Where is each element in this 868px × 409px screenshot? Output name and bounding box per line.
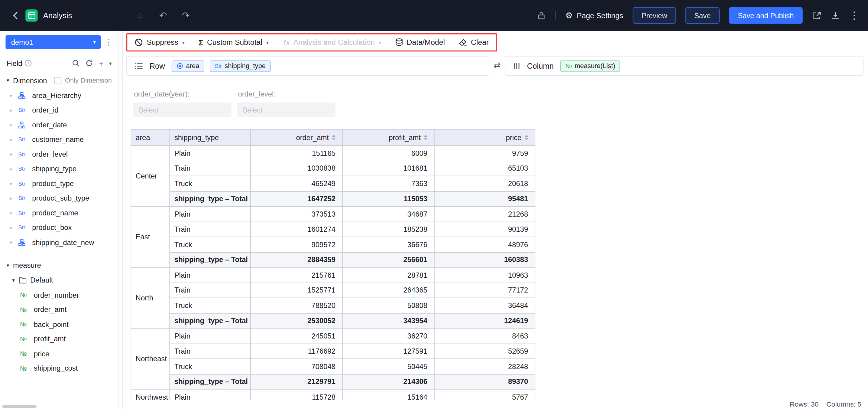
number-type-icon: № bbox=[20, 350, 31, 357]
number-type-icon: № bbox=[20, 321, 31, 328]
string-type-icon: Str bbox=[18, 225, 29, 231]
collapse-caret-icon[interactable]: ▾ bbox=[7, 262, 9, 268]
swap-axes-icon[interactable]: ⇄ bbox=[491, 60, 504, 70]
field-name: product_name bbox=[32, 209, 78, 217]
dimension-field-item[interactable]: ▸Strshipping_type bbox=[0, 162, 119, 176]
dimension-field-item[interactable]: ▸Strproduct_sub_type bbox=[0, 191, 119, 206]
analysis-toolbar-highlighted: Suppress ▾ Σ Custom Subtotal ▾ ƒx Analys… bbox=[126, 33, 497, 52]
expand-caret-icon[interactable]: ▸ bbox=[10, 166, 16, 172]
dimension-field-item[interactable]: ▸order_date bbox=[0, 117, 119, 132]
suppress-button[interactable]: Suppress ▾ bbox=[134, 38, 185, 46]
favorite-star-icon[interactable]: ☆ bbox=[136, 10, 144, 21]
string-type-icon: Str bbox=[18, 210, 29, 216]
column-header-order_amt[interactable]: order_amt bbox=[251, 129, 342, 146]
subtotal-value-cell: 95481 bbox=[434, 191, 535, 206]
dataset-kebab-icon[interactable]: ⋮ bbox=[104, 37, 113, 47]
expand-caret-icon[interactable]: ▸ bbox=[10, 181, 16, 186]
expand-caret-icon[interactable]: ▸ bbox=[10, 93, 16, 98]
expand-caret-icon[interactable]: ▸ bbox=[10, 196, 16, 201]
save-and-publish-button[interactable]: Save and Publish bbox=[729, 7, 803, 24]
number-type-icon: № bbox=[20, 335, 31, 342]
table-row: Train160127418523890139 bbox=[131, 222, 535, 237]
dimension-field-item[interactable]: ▸Strproduct_type bbox=[0, 176, 119, 191]
dimension-field-item[interactable]: ▸area_Hierarchy bbox=[0, 88, 119, 103]
dimension-field-item[interactable]: ▸Strcustomer_name bbox=[0, 132, 119, 147]
string-type-icon: Str bbox=[18, 166, 29, 172]
column-header-shipping_type: shipping_type bbox=[169, 129, 250, 146]
sort-icon[interactable] bbox=[332, 135, 336, 140]
column-header-profit_amt[interactable]: profit_amt bbox=[342, 129, 434, 146]
data-cell: Train bbox=[169, 283, 250, 298]
field-pill-area[interactable]: area bbox=[172, 60, 204, 72]
string-type-icon: Str bbox=[18, 181, 29, 187]
column-header-price[interactable]: price bbox=[434, 129, 535, 146]
collapse-caret-icon[interactable]: ▾ bbox=[7, 78, 9, 83]
filter-select[interactable]: Select bbox=[133, 103, 231, 117]
string-type-icon: Str bbox=[18, 107, 29, 113]
data-cell: 50808 bbox=[342, 298, 434, 313]
sidebar-scrollbar-track[interactable] bbox=[120, 31, 123, 409]
chevron-down-icon[interactable]: ▾ bbox=[109, 60, 112, 66]
search-icon[interactable] bbox=[72, 59, 80, 67]
subtotal-value-cell: 214306 bbox=[342, 374, 434, 389]
status-bar: Rows: 30 Columns: 5 bbox=[123, 400, 868, 409]
subtotal-label-cell: shipping_type – Total bbox=[169, 313, 250, 328]
analysis-and-calculation-button[interactable]: ƒx Analysis and Calculation ▾ bbox=[283, 38, 381, 46]
measure-field-item[interactable]: №back_point bbox=[0, 317, 119, 332]
data-model-button[interactable]: Data/Model bbox=[395, 38, 445, 46]
field-pill-measure(List)[interactable]: №measure(List) bbox=[560, 60, 620, 72]
table-row: NorthwestPlain115728151645767 bbox=[131, 389, 535, 400]
area-cell: Northeast bbox=[131, 328, 169, 389]
subtotal-row: shipping_type – Total164725211505395481 bbox=[131, 191, 535, 206]
field-pill-shipping_type[interactable]: Strshipping_type bbox=[210, 60, 271, 72]
expand-caret-icon[interactable]: ▸ bbox=[10, 108, 16, 113]
back-button[interactable] bbox=[9, 8, 21, 23]
measure-field-item[interactable]: №price bbox=[0, 346, 119, 361]
expand-caret-icon[interactable]: ▸ bbox=[10, 122, 16, 127]
field-name: area_Hierarchy bbox=[32, 91, 81, 99]
undo-icon[interactable]: ↶ bbox=[159, 10, 167, 21]
table-header-row: areashipping_typeorder_amtprofit_amtpric… bbox=[131, 129, 535, 146]
data-cell: 708048 bbox=[251, 359, 342, 374]
redo-icon[interactable]: ↷ bbox=[182, 10, 190, 21]
top-bar-actions: ⚙ Page Settings Preview Save Save and Pu… bbox=[537, 7, 859, 24]
share-icon[interactable] bbox=[812, 11, 822, 20]
dimension-field-item[interactable]: ▸Strproduct_name bbox=[0, 206, 119, 221]
measure-field-item[interactable]: №profit_amt bbox=[0, 331, 119, 346]
dimension-field-item[interactable]: ▸shipping_date_new bbox=[0, 235, 119, 250]
measure-field-item[interactable]: №order_number bbox=[0, 288, 119, 302]
dimension-field-item[interactable]: ▸Strproduct_box bbox=[0, 220, 119, 235]
measure-field-item[interactable]: №shipping_cost bbox=[0, 361, 119, 376]
expand-caret-icon[interactable]: ▸ bbox=[10, 225, 16, 230]
filter-select[interactable]: Select bbox=[237, 103, 336, 117]
only-dimension-checkbox[interactable] bbox=[54, 77, 62, 84]
eraser-icon bbox=[459, 38, 467, 46]
expand-caret-icon[interactable]: ▸ bbox=[10, 240, 16, 245]
measure-field-item[interactable]: №order_amt bbox=[0, 302, 119, 317]
dataset-select[interactable]: demo1 ▾ bbox=[5, 35, 101, 49]
download-icon[interactable] bbox=[831, 11, 840, 20]
sort-icon[interactable] bbox=[424, 135, 427, 140]
data-cell: 6009 bbox=[342, 146, 434, 160]
dimension-field-item[interactable]: ▸Strorder_level bbox=[0, 147, 119, 162]
add-field-icon[interactable]: + bbox=[98, 59, 103, 67]
more-options-kebab-icon[interactable]: ⋮ bbox=[849, 9, 859, 22]
refresh-icon[interactable] bbox=[85, 59, 93, 67]
clear-button[interactable]: Clear bbox=[459, 38, 489, 46]
subtotal-value-cell: 89370 bbox=[434, 374, 535, 389]
data-cell: Train bbox=[169, 222, 250, 237]
sort-icon[interactable] bbox=[525, 135, 528, 140]
horizontal-scrollbar-thumb[interactable] bbox=[2, 405, 37, 408]
custom-subtotal-button[interactable]: Σ Custom Subtotal ▾ bbox=[198, 38, 269, 47]
lock-icon[interactable] bbox=[537, 11, 546, 20]
expand-caret-icon[interactable]: ▸ bbox=[10, 210, 16, 216]
preview-button[interactable]: Preview bbox=[632, 7, 676, 24]
save-button[interactable]: Save bbox=[685, 7, 720, 24]
data-cell: 264365 bbox=[342, 283, 434, 298]
dimension-field-item[interactable]: ▸Strorder_id bbox=[0, 103, 119, 118]
measure-folder-row[interactable]: ▾ Default bbox=[0, 273, 119, 288]
expand-caret-icon[interactable]: ▸ bbox=[10, 137, 16, 142]
expand-caret-icon[interactable]: ▸ bbox=[10, 151, 16, 157]
page-settings-button[interactable]: ⚙ Page Settings bbox=[565, 10, 623, 21]
data-cell: Train bbox=[169, 160, 250, 176]
